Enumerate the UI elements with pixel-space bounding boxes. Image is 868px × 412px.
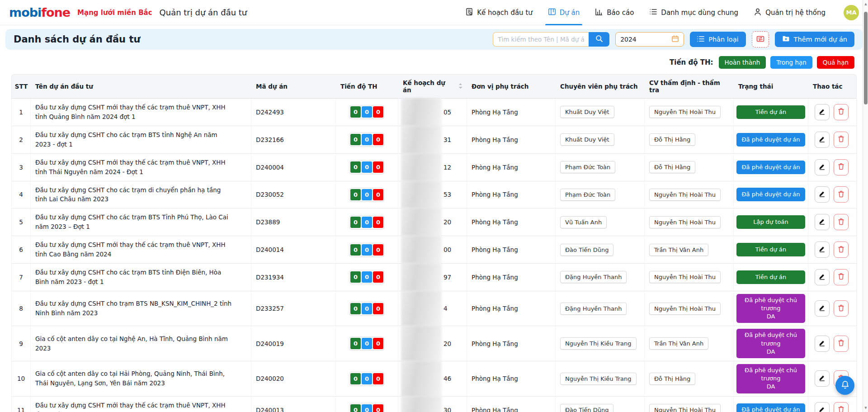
- progress-ontime-count: 0: [362, 161, 372, 173]
- search-button[interactable]: [589, 32, 609, 47]
- delete-button[interactable]: [834, 214, 849, 230]
- barchart-icon: [595, 8, 603, 18]
- progress-complete-count: 0: [350, 338, 361, 349]
- specialist-chip: Nguyễn Thị Kiều Trang: [560, 373, 637, 385]
- avatar[interactable]: MA: [844, 5, 859, 20]
- column-header-label: Đơn vị phụ trách: [472, 83, 528, 90]
- progress-complete-count: 0: [350, 189, 361, 200]
- pencil-icon: [819, 163, 826, 171]
- edit-button[interactable]: [815, 132, 830, 148]
- row-index: 4: [12, 181, 31, 209]
- status-badge[interactable]: Lập dự toán: [736, 215, 805, 229]
- redacted-plan-value: [401, 126, 442, 154]
- delete-button[interactable]: [834, 269, 849, 285]
- column-header-label: Tên dự án đầu tư: [35, 83, 93, 90]
- status-badge[interactable]: Đã phê duyệt dự án: [736, 161, 805, 174]
- row-index: 3: [12, 154, 31, 181]
- plan-visible-digits: 31: [443, 136, 451, 143]
- scrollbar-down-arrow[interactable]: ▼: [863, 405, 868, 411]
- status-badge[interactable]: Tiền dự án: [736, 243, 805, 256]
- delete-button[interactable]: [834, 300, 849, 317]
- legend-badge-1: Trong hạn: [770, 56, 812, 69]
- nav-item-label: Kế hoạch đầu tư: [477, 9, 533, 17]
- progress-pill: 0 0 0: [349, 188, 384, 201]
- add-project-button[interactable]: Thêm mới dự án: [775, 32, 854, 47]
- table-row: 1 Đầu tư xây dựng CSHT mới thay thế các …: [11, 99, 857, 126]
- classify-button[interactable]: Phân loại: [690, 32, 745, 47]
- edit-button[interactable]: [815, 370, 830, 387]
- status-badge[interactable]: Đã phê duyệt chủ trương DA: [736, 364, 805, 393]
- redacted-plan-value: [401, 98, 442, 126]
- plan-visible-digits: 4: [443, 305, 448, 312]
- trash-icon: [838, 218, 844, 227]
- nav-item-0[interactable]: Kế hoạch đầu tư: [465, 0, 533, 25]
- edit-button[interactable]: [815, 214, 830, 230]
- nav-item-4[interactable]: Quản trị hệ thống: [754, 0, 826, 25]
- table-row: 4 Đầu tư xây dựng CSHT cho các trạm di c…: [11, 181, 857, 209]
- delete-button[interactable]: [834, 336, 849, 352]
- progress-complete-count: 0: [350, 404, 361, 412]
- toolbar-band: Danh sách dự án đầu tư Phân loại: [5, 29, 863, 50]
- progress-ontime-count: 0: [362, 244, 372, 256]
- reviewer-chip: Đỗ Thị Hằng: [649, 133, 695, 146]
- scrollbar-up-arrow[interactable]: ▲: [863, 1, 868, 7]
- calendar-icon[interactable]: [671, 35, 679, 44]
- status-badge[interactable]: Đã phê duyệt dự án: [736, 188, 805, 201]
- scrollbar-thumb[interactable]: [864, 12, 868, 104]
- status-badge[interactable]: Đã phê duyệt dự án: [736, 133, 805, 147]
- progress-cell: 0 0 0: [336, 236, 398, 264]
- import-export-button[interactable]: [752, 31, 769, 47]
- delete-button[interactable]: [834, 402, 849, 412]
- sort-icon[interactable]: [458, 83, 462, 90]
- delete-button[interactable]: [834, 159, 849, 175]
- redacted-plan-value: [401, 396, 442, 412]
- redacted-plan-value: [401, 236, 442, 264]
- column-header-4[interactable]: Kế hoạch dự án: [398, 75, 467, 98]
- notifications-fab[interactable]: [835, 376, 854, 395]
- mobifone-logo[interactable]: mobifone: [9, 5, 70, 19]
- status-badge[interactable]: Tiền dự án: [736, 105, 805, 119]
- pencil-icon: [819, 304, 826, 313]
- edit-button[interactable]: [815, 186, 830, 203]
- specialist-chip: Đào Tiến Dũng: [560, 244, 613, 256]
- progress-ontime-count: 0: [362, 338, 372, 349]
- page-title: Danh sách dự án đầu tư: [14, 34, 140, 45]
- edit-button[interactable]: [815, 300, 830, 317]
- nav-item-1[interactable]: Dự án: [548, 0, 580, 25]
- search-input[interactable]: [493, 32, 589, 47]
- status-badge[interactable]: Đã phê duyệt dự án: [736, 403, 805, 412]
- edit-button[interactable]: [815, 269, 830, 285]
- nav-item-3[interactable]: Danh mục dùng chung: [649, 0, 738, 25]
- delete-button[interactable]: [834, 132, 849, 148]
- window-scrollbar[interactable]: ▲ ▼: [863, 0, 868, 412]
- year-input[interactable]: [620, 36, 668, 43]
- progress-ontime-count: 0: [362, 271, 372, 283]
- status-badge[interactable]: Đã phê duyệt chủ trương DA: [736, 329, 805, 358]
- plan-visible-digits: 46: [443, 375, 451, 382]
- edit-button[interactable]: [815, 242, 830, 258]
- delete-button[interactable]: [834, 186, 849, 203]
- edit-button[interactable]: [815, 104, 830, 120]
- column-header-6: Chuyên viên phụ trách: [556, 75, 645, 98]
- nav-item-2[interactable]: Báo cáo: [595, 0, 634, 25]
- classify-label: Phân loại: [708, 36, 738, 43]
- delete-button[interactable]: [834, 104, 849, 120]
- progress-overdue-count: 0: [373, 338, 383, 349]
- row-index: 1: [12, 99, 31, 126]
- actions-cell: [808, 126, 857, 154]
- row-index: 8: [12, 291, 31, 327]
- status-badge[interactable]: Tiền dự án: [736, 270, 805, 284]
- delete-button[interactable]: [834, 242, 849, 258]
- row-index: 7: [12, 264, 31, 291]
- bell-icon: [841, 380, 849, 391]
- status-badge[interactable]: Đã phê duyệt chủ trương DA: [736, 294, 805, 323]
- plan-visible-digits: 53: [443, 191, 451, 198]
- progress-ontime-count: 0: [362, 134, 372, 145]
- project-plan-cell: 46: [398, 361, 467, 397]
- edit-button[interactable]: [815, 402, 830, 412]
- edit-button[interactable]: [815, 336, 830, 352]
- table-row: 11 Đầu tư xây dựng CSHT mới thay thế các…: [11, 397, 857, 412]
- progress-complete-count: 0: [350, 161, 361, 173]
- progress-pill: 0 0 0: [349, 243, 384, 256]
- edit-button[interactable]: [815, 159, 830, 175]
